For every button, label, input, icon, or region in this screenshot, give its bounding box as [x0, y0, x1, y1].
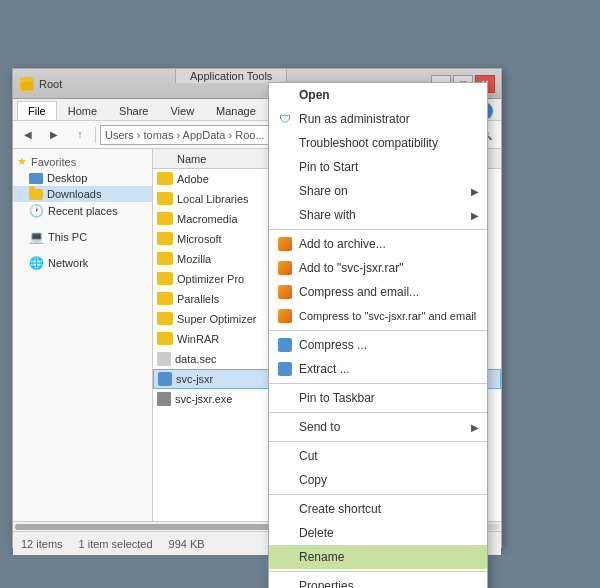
rename-icon	[277, 549, 293, 565]
sidebar-network-label: Network	[48, 257, 88, 269]
up-button[interactable]: ↑	[69, 125, 91, 145]
ctx-pin-taskbar[interactable]: Pin to Taskbar	[269, 386, 487, 410]
ctx-rename[interactable]: Rename	[269, 545, 487, 569]
compress-icon-2	[277, 361, 293, 377]
back-button[interactable]: ◀	[17, 125, 39, 145]
ctx-sep-5	[269, 441, 487, 442]
sec-icon	[157, 352, 171, 366]
ctx-open[interactable]: Open	[269, 83, 487, 107]
tab-share[interactable]: Share	[108, 101, 159, 120]
shortcut-icon	[277, 501, 293, 517]
forward-button[interactable]: ▶	[43, 125, 65, 145]
folder-icon	[157, 312, 173, 325]
ctx-compress[interactable]: Compress ...	[269, 333, 487, 357]
pin-start-icon	[277, 159, 293, 175]
sidebar-item-network[interactable]: 🌐 Network	[13, 254, 152, 272]
tab-home[interactable]: Home	[57, 101, 108, 120]
winrar-icon-3	[277, 284, 293, 300]
ctx-compress-email[interactable]: Compress and email...	[269, 280, 487, 304]
svg-rect-1	[21, 82, 33, 90]
ctx-properties-label: Properties	[299, 579, 479, 588]
ctx-delete[interactable]: Delete	[269, 521, 487, 545]
ctx-sep-4	[269, 412, 487, 413]
sidebar-favorites: ★ Favorites Desktop Downloads 🕐 Recent p…	[13, 153, 152, 220]
sidebar-network: 🌐 Network	[13, 254, 152, 272]
sidebar-recent-label: Recent places	[48, 205, 118, 217]
ctx-add-archive[interactable]: Add to archive...	[269, 232, 487, 256]
sidebar-item-desktop[interactable]: Desktop	[13, 170, 152, 186]
sidebar-this-pc: 💻 This PC	[13, 228, 152, 246]
downloads-folder-icon	[29, 189, 43, 200]
selected-info: 1 item selected	[79, 538, 153, 550]
ctx-run-as-admin[interactable]: 🛡 Run as administrator	[269, 107, 487, 131]
col-header-name: Name	[157, 153, 277, 165]
file-label: Optimizer Pro	[177, 273, 244, 285]
ctx-sep-3	[269, 383, 487, 384]
winrar-icon-2	[277, 260, 293, 276]
sidebar-pc-label: This PC	[48, 231, 87, 243]
ctx-sep-2	[269, 330, 487, 331]
folder-icon	[157, 272, 173, 285]
context-menu: Open 🛡 Run as administrator Troubleshoot…	[268, 82, 488, 588]
ctx-extract-label: Extract ...	[299, 362, 479, 376]
sidebar-item-downloads[interactable]: Downloads	[13, 186, 152, 202]
copy-icon	[277, 472, 293, 488]
ctx-create-shortcut[interactable]: Create shortcut	[269, 497, 487, 521]
ctx-copy-label: Copy	[299, 473, 479, 487]
tab-view[interactable]: View	[159, 101, 205, 120]
item-count: 12 items	[21, 538, 63, 550]
share-on-icon	[277, 183, 293, 199]
sidebar: ★ Favorites Desktop Downloads 🕐 Recent p…	[13, 149, 153, 521]
folder-icon	[157, 252, 173, 265]
ctx-shortcut-label: Create shortcut	[299, 502, 479, 516]
file-label: Super Optimizer	[177, 313, 256, 325]
cut-icon	[277, 448, 293, 464]
send-to-icon	[277, 419, 293, 435]
ctx-sep-1	[269, 229, 487, 230]
ctx-compress-email-label: Compress and email...	[299, 285, 479, 299]
pc-icon: 💻	[29, 230, 44, 244]
folder-icon	[157, 212, 173, 225]
folder-icon	[157, 292, 173, 305]
tab-manage[interactable]: Manage	[205, 101, 267, 120]
ctx-compress-label: Compress ...	[299, 338, 479, 352]
ctx-pin-start-label: Pin to Start	[299, 160, 479, 174]
ctx-properties[interactable]: Properties	[269, 574, 487, 588]
ctx-add-rar[interactable]: Add to "svc-jsxr.rar"	[269, 256, 487, 280]
sidebar-downloads-label: Downloads	[47, 188, 101, 200]
file-label: data.sec	[175, 353, 217, 365]
tab-file[interactable]: File	[17, 101, 57, 120]
taskbar-icon	[277, 390, 293, 406]
ctx-add-rar-label: Add to "svc-jsxr.rar"	[299, 261, 479, 275]
file-size: 994 KB	[169, 538, 205, 550]
share-on-arrow: ▶	[471, 186, 479, 197]
ctx-cut[interactable]: Cut	[269, 444, 487, 468]
ctx-share-with-label: Share with	[299, 208, 465, 222]
ctx-compress-rar-email[interactable]: Compress to "svc-jsxr.rar" and email	[269, 304, 487, 328]
ctx-rename-label: Rename	[299, 550, 479, 564]
ctx-compress-rar-email-label: Compress to "svc-jsxr.rar" and email	[299, 310, 479, 322]
ctx-share-on-label: Share on	[299, 184, 465, 198]
ctx-send-to-label: Send to	[299, 420, 465, 434]
desktop-icon	[29, 173, 43, 184]
app-tools-label: Application Tools	[175, 68, 287, 83]
sidebar-header-favorites: ★ Favorites	[13, 153, 152, 170]
folder-icon	[157, 332, 173, 345]
title-bar-icon	[19, 76, 35, 92]
app-tools-text: Application Tools	[190, 70, 272, 82]
ctx-pin-taskbar-label: Pin to Taskbar	[299, 391, 479, 405]
ctx-share-on[interactable]: Share on ▶	[269, 179, 487, 203]
ctx-copy[interactable]: Copy	[269, 468, 487, 492]
sidebar-item-this-pc[interactable]: 💻 This PC	[13, 228, 152, 246]
sidebar-item-recent[interactable]: 🕐 Recent places	[13, 202, 152, 220]
ctx-pin-start[interactable]: Pin to Start	[269, 155, 487, 179]
ctx-share-with[interactable]: Share with ▶	[269, 203, 487, 227]
shield-icon: 🛡	[277, 111, 293, 127]
share-with-icon	[277, 207, 293, 223]
send-to-arrow: ▶	[471, 422, 479, 433]
ctx-troubleshoot[interactable]: Troubleshoot compatibility	[269, 131, 487, 155]
ctx-send-to[interactable]: Send to ▶	[269, 415, 487, 439]
ctx-extract[interactable]: Extract ...	[269, 357, 487, 381]
open-icon	[277, 87, 293, 103]
ctx-delete-label: Delete	[299, 526, 479, 540]
